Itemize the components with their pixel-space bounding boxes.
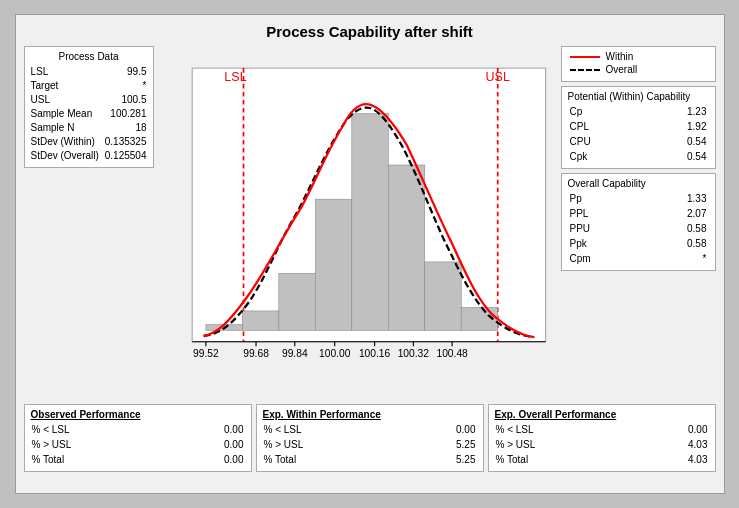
table-row: Cp 1.23 bbox=[568, 104, 709, 119]
perf-label: % > USL bbox=[263, 437, 404, 452]
svg-rect-8 bbox=[315, 199, 351, 330]
cap-value: 1.92 bbox=[640, 119, 708, 134]
perf-value: 0.00 bbox=[172, 437, 245, 452]
pd-value: 99.5 bbox=[102, 65, 148, 79]
cap-value: 0.54 bbox=[640, 134, 708, 149]
overall-capability-box: Overall Capability Pp 1.33 PPL 2.07 PPU … bbox=[561, 173, 716, 271]
legend-box: Within Overall bbox=[561, 46, 716, 82]
perf-value: 5.25 bbox=[404, 437, 477, 452]
perf-label: % Total bbox=[495, 452, 636, 467]
process-data-title: Process Data bbox=[29, 51, 149, 62]
process-data-box: Process Data LSL 99.5 Target * USL 100.5… bbox=[24, 46, 154, 168]
cap-value: 0.58 bbox=[640, 236, 708, 251]
main-container: Process Capability after shift Process D… bbox=[15, 14, 725, 494]
cap-value: 1.33 bbox=[640, 191, 708, 206]
pd-value: * bbox=[102, 79, 148, 93]
perf-label: % > USL bbox=[495, 437, 636, 452]
pd-label: StDev (Within) bbox=[29, 135, 103, 149]
cap-label: PPU bbox=[568, 221, 641, 236]
observed-performance-box: Observed Performance % < LSL 0.00 % > US… bbox=[24, 404, 252, 472]
process-data-table: LSL 99.5 Target * USL 100.5 Sample Mean … bbox=[29, 65, 149, 163]
svg-rect-9 bbox=[351, 114, 387, 331]
perf-value: 5.25 bbox=[404, 452, 477, 467]
right-panel: Within Overall Potential (Within) Capabi… bbox=[561, 46, 716, 398]
overall-line-icon bbox=[570, 69, 600, 71]
table-row: % < LSL 0.00 bbox=[495, 422, 709, 437]
cap-label: CPU bbox=[568, 134, 641, 149]
pd-value: 100.5 bbox=[102, 93, 148, 107]
cap-value: 0.54 bbox=[640, 149, 708, 164]
chart-container: LSL USL bbox=[158, 46, 557, 398]
table-row: PPL 2.07 bbox=[568, 206, 709, 221]
cap-label: Cp bbox=[568, 104, 641, 119]
exp-within-perf-table: % < LSL 0.00 % > USL 5.25 % Total 5.25 bbox=[263, 422, 477, 467]
pd-value: 0.125504 bbox=[102, 149, 148, 163]
table-row: % < LSL 0.00 bbox=[263, 422, 477, 437]
overall-capability-title: Overall Capability bbox=[568, 178, 709, 189]
perf-label: % Total bbox=[31, 452, 172, 467]
table-row: % Total 5.25 bbox=[263, 452, 477, 467]
perf-label: % < LSL bbox=[31, 422, 172, 437]
table-row: Target * bbox=[29, 79, 149, 93]
cap-value: 0.58 bbox=[640, 221, 708, 236]
svg-text:100.32: 100.32 bbox=[397, 348, 429, 359]
legend-overall-row: Overall bbox=[570, 64, 707, 75]
table-row: Cpk 0.54 bbox=[568, 149, 709, 164]
svg-text:100.48: 100.48 bbox=[436, 348, 468, 359]
pd-label: StDev (Overall) bbox=[29, 149, 103, 163]
svg-text:99.68: 99.68 bbox=[243, 348, 269, 359]
table-row: % > USL 5.25 bbox=[263, 437, 477, 452]
overall-capability-table: Pp 1.33 PPL 2.07 PPU 0.58 Ppk 0.58 bbox=[568, 191, 709, 266]
pd-value: 100.281 bbox=[102, 107, 148, 121]
potential-capability-box: Potential (Within) Capability Cp 1.23 CP… bbox=[561, 86, 716, 169]
svg-rect-10 bbox=[388, 165, 424, 330]
perf-label: % Total bbox=[263, 452, 404, 467]
svg-rect-11 bbox=[424, 262, 460, 330]
exp-within-perf-title: Exp. Within Performance bbox=[263, 409, 477, 420]
pd-label: Sample Mean bbox=[29, 107, 103, 121]
table-row: Sample N 18 bbox=[29, 121, 149, 135]
perf-value: 0.00 bbox=[172, 452, 245, 467]
cap-value: 1.23 bbox=[640, 104, 708, 119]
legend-within-row: Within bbox=[570, 51, 707, 62]
pd-label: Target bbox=[29, 79, 103, 93]
cap-label: CPL bbox=[568, 119, 641, 134]
exp-within-performance-box: Exp. Within Performance % < LSL 0.00 % >… bbox=[256, 404, 484, 472]
observed-perf-table: % < LSL 0.00 % > USL 0.00 % Total 0.00 bbox=[31, 422, 245, 467]
within-line-icon bbox=[570, 56, 600, 58]
svg-text:LSL: LSL bbox=[224, 70, 246, 84]
table-row: % > USL 0.00 bbox=[31, 437, 245, 452]
svg-text:99.52: 99.52 bbox=[193, 348, 219, 359]
within-label: Within bbox=[606, 51, 634, 62]
pd-label: USL bbox=[29, 93, 103, 107]
table-row: LSL 99.5 bbox=[29, 65, 149, 79]
exp-overall-perf-title: Exp. Overall Performance bbox=[495, 409, 709, 420]
svg-rect-7 bbox=[278, 273, 314, 330]
capability-chart: LSL USL bbox=[158, 46, 557, 398]
pd-label: Sample N bbox=[29, 121, 103, 135]
observed-perf-title: Observed Performance bbox=[31, 409, 245, 420]
overall-label: Overall bbox=[606, 64, 638, 75]
perf-label: % > USL bbox=[31, 437, 172, 452]
cap-label: Pp bbox=[568, 191, 641, 206]
exp-overall-perf-table: % < LSL 0.00 % > USL 4.03 % Total 4.03 bbox=[495, 422, 709, 467]
table-row: % Total 4.03 bbox=[495, 452, 709, 467]
potential-capability-title: Potential (Within) Capability bbox=[568, 91, 709, 102]
pd-value: 0.135325 bbox=[102, 135, 148, 149]
table-row: CPU 0.54 bbox=[568, 134, 709, 149]
perf-value: 0.00 bbox=[172, 422, 245, 437]
pd-label: LSL bbox=[29, 65, 103, 79]
table-row: % < LSL 0.00 bbox=[31, 422, 245, 437]
table-row: Ppk 0.58 bbox=[568, 236, 709, 251]
svg-text:100.16: 100.16 bbox=[358, 348, 390, 359]
cap-label: Cpm bbox=[568, 251, 641, 266]
cap-value: 2.07 bbox=[640, 206, 708, 221]
cap-value: * bbox=[640, 251, 708, 266]
perf-label: % < LSL bbox=[263, 422, 404, 437]
perf-value: 4.03 bbox=[636, 452, 709, 467]
table-row: StDev (Overall) 0.125504 bbox=[29, 149, 149, 163]
table-row: % Total 0.00 bbox=[31, 452, 245, 467]
perf-value: 4.03 bbox=[636, 437, 709, 452]
chart-title: Process Capability after shift bbox=[24, 23, 716, 40]
bottom-panels: Observed Performance % < LSL 0.00 % > US… bbox=[24, 404, 716, 472]
